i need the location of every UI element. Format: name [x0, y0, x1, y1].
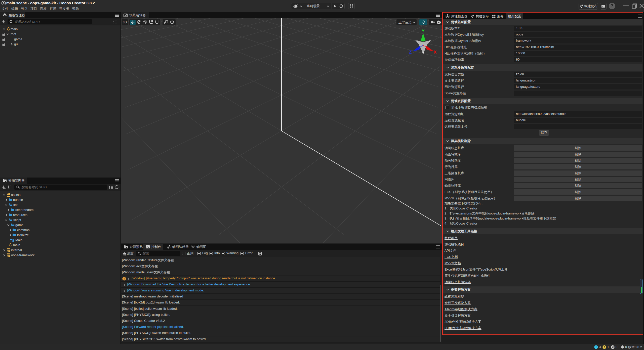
- svg-text:Z: Z: [409, 50, 412, 55]
- svg-text:X: X: [434, 50, 437, 55]
- svg-text:Y: Y: [422, 29, 425, 33]
